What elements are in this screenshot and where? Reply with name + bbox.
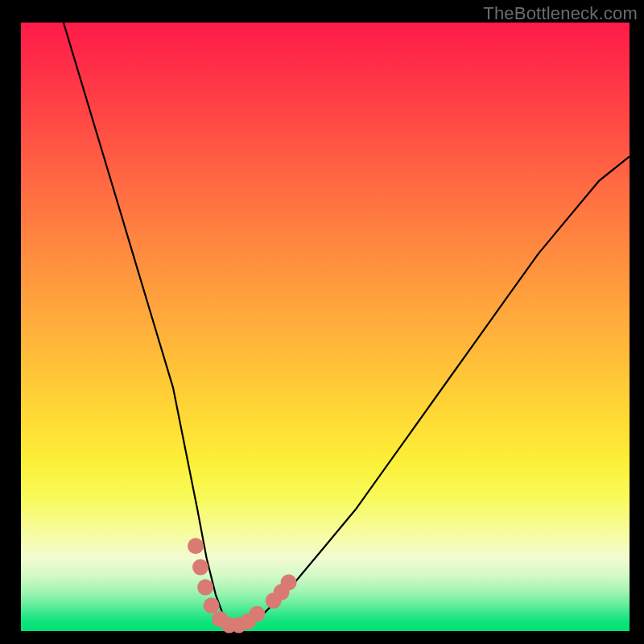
bottleneck-curve (64, 23, 630, 625)
marker (197, 580, 213, 596)
chart-svg (21, 23, 630, 631)
watermark-text: TheBottleneck.com (483, 3, 638, 24)
marker (249, 606, 265, 622)
plot-area (21, 23, 630, 631)
chart-frame: TheBottleneck.com (0, 0, 644, 644)
marker (188, 538, 204, 554)
markers (188, 538, 297, 633)
marker (281, 575, 297, 591)
marker (192, 559, 208, 576)
marker (204, 597, 220, 613)
